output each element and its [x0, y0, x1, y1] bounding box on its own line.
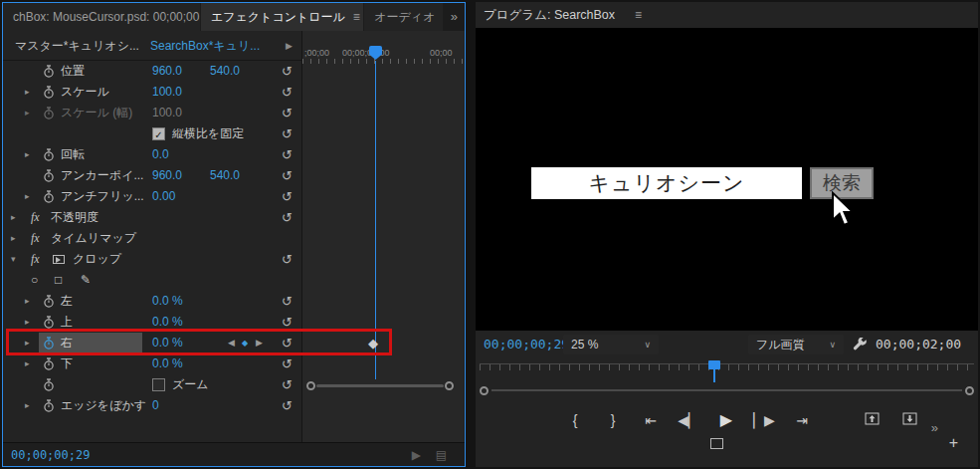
reset-parameter-button[interactable]: ↺ — [282, 144, 293, 165]
effect-row-12[interactable]: ▸上0.0 %↺ — [3, 312, 301, 333]
reset-parameter-button[interactable]: ↺ — [282, 291, 293, 312]
effect-row-3[interactable]: ✓縦横比を固定↺ — [3, 123, 301, 144]
property-value[interactable]: 960.0 — [152, 61, 182, 82]
extract-button[interactable] — [897, 407, 921, 433]
current-timecode[interactable]: 00;00;00;29 — [484, 331, 569, 358]
effect-row-9[interactable]: ▾fxクロップ↺ — [3, 249, 301, 270]
tab-effect-controls[interactable]: エフェクトコントロール≡ — [201, 3, 363, 31]
stopwatch-icon[interactable] — [43, 65, 55, 78]
timeline-zoom-bar[interactable] — [306, 381, 454, 391]
effect-row-10[interactable]: ○□✎ — [3, 270, 301, 291]
disclosure-icon[interactable]: ▸ — [25, 312, 30, 333]
reset-parameter-button[interactable]: ↺ — [282, 103, 293, 123]
property-value[interactable]: 100.0 — [152, 82, 182, 103]
property-value[interactable]: 0.00 — [152, 186, 175, 207]
panel-title[interactable]: プログラム: SearchBox — [484, 2, 615, 28]
effect-row-11[interactable]: ▸左0.0 %↺ — [3, 291, 301, 312]
effect-row-4[interactable]: ▸回転0.0↺ — [3, 144, 301, 165]
effect-row-13[interactable]: ▸右0.0 %◀◆▶↺ — [3, 333, 301, 353]
step-forward-button[interactable]: ▏▶ — [752, 407, 776, 433]
panel-overflow-icon[interactable]: » — [931, 420, 938, 435]
clip-instance-tab[interactable]: SearchBox*キュリ... — [150, 31, 260, 61]
property-value[interactable]: 0.0 % — [152, 312, 183, 333]
keyframe-diamond[interactable]: ◆ — [368, 333, 378, 353]
reset-parameter-button[interactable]: ↺ — [282, 207, 293, 228]
reset-parameter-button[interactable]: ↺ — [282, 353, 293, 374]
property-value[interactable]: 0.0 % — [152, 353, 183, 374]
mark-out-button[interactable]: } — [601, 407, 625, 433]
panel-overflow-icon[interactable]: » — [444, 3, 465, 31]
reset-parameter-button[interactable]: ↺ — [282, 165, 293, 186]
effect-row-16[interactable]: ▸エッジをぼかす0↺ — [3, 395, 301, 416]
property-value[interactable]: 0 — [152, 395, 159, 416]
reset-parameter-button[interactable]: ↺ — [282, 333, 293, 353]
tab-audio[interactable]: オーディオ — [364, 3, 442, 31]
rect-mask-icon[interactable]: □ — [55, 270, 62, 291]
zoom-handle-left[interactable] — [306, 381, 315, 390]
disclosure-icon[interactable]: ▸ — [11, 207, 16, 228]
current-timecode[interactable]: 00;00;00;29 — [11, 443, 90, 467]
effect-row-1[interactable]: ▸スケール100.0↺ — [3, 82, 301, 103]
stopwatch-icon[interactable] — [43, 169, 55, 182]
mark-in-button[interactable]: { — [563, 407, 587, 433]
playhead-handle[interactable] — [708, 360, 720, 369]
stopwatch-icon[interactable] — [43, 190, 55, 203]
disclosure-icon[interactable]: ▸ — [25, 395, 30, 416]
stopwatch-icon[interactable] — [43, 357, 55, 370]
zoom-handle-right[interactable] — [965, 386, 974, 395]
zoom-handle-right[interactable] — [445, 381, 454, 390]
zoom-track[interactable] — [316, 384, 444, 387]
step-back-button[interactable]: ◀▏ — [677, 407, 700, 433]
reset-parameter-button[interactable]: ↺ — [282, 395, 293, 416]
stopwatch-icon[interactable] — [43, 399, 55, 412]
property-value[interactable]: 540.0 — [210, 165, 240, 186]
playback-quality-select[interactable]: フル画質 ∨ — [748, 335, 844, 354]
disclosure-icon[interactable]: ▸ — [25, 144, 30, 165]
ellipse-mask-icon[interactable]: ○ — [31, 270, 38, 291]
button-editor-add-button[interactable]: + — [949, 434, 958, 452]
property-value[interactable]: 960.0 — [152, 165, 182, 186]
stopwatch-icon[interactable] — [43, 316, 55, 329]
reset-parameter-button[interactable]: ↺ — [282, 249, 293, 270]
stopwatch-icon[interactable] — [43, 295, 55, 308]
effect-row-15[interactable]: ズーム↺ — [3, 374, 301, 395]
property-value[interactable]: 0.0 — [152, 144, 169, 165]
checkbox[interactable]: ✓ — [152, 127, 165, 140]
play-button[interactable]: ▶ — [714, 407, 738, 433]
timeline-view-toggle-icon[interactable]: ▶ — [286, 31, 293, 61]
time-ruler[interactable] — [476, 358, 978, 384]
panel-menu-icon[interactable]: ≡ — [635, 2, 642, 28]
disclosure-icon[interactable]: ▾ — [11, 249, 16, 270]
stopwatch-icon[interactable] — [43, 107, 55, 119]
play-indicator-icon[interactable]: ▶ — [412, 443, 421, 467]
reset-parameter-button[interactable]: ↺ — [282, 82, 293, 103]
property-value[interactable]: 540.0 — [210, 61, 240, 82]
reset-parameter-button[interactable]: ↺ — [282, 61, 293, 82]
disclosure-icon[interactable]: ▸ — [25, 103, 30, 123]
disclosure-icon[interactable]: ▸ — [25, 82, 30, 103]
monitor-zoom-bar[interactable] — [476, 386, 978, 398]
next-keyframe-button[interactable]: ▶ — [256, 333, 263, 353]
tab-source-monitor[interactable]: chBox: MouseCursor.psd: 00;00;00;00 — [3, 3, 200, 31]
settings-wrench-icon[interactable] — [852, 338, 868, 352]
toggle-keyframe-button[interactable]: ◆ — [242, 333, 248, 353]
effect-row-8[interactable]: ▸fxタイムリマップ — [3, 228, 301, 249]
effect-row-0[interactable]: 位置960.0540.0↺ — [3, 61, 301, 82]
stopwatch-icon[interactable] — [43, 337, 55, 350]
stopwatch-icon[interactable] — [43, 86, 55, 99]
disclosure-icon[interactable]: ▸ — [25, 333, 30, 353]
master-clip-tab[interactable]: マスター*キュリオシ... — [15, 31, 139, 61]
stopwatch-icon[interactable] — [43, 378, 55, 391]
square-outline-icon[interactable] — [710, 438, 723, 449]
reset-parameter-button[interactable]: ↺ — [282, 123, 293, 144]
property-value[interactable]: 0.0 % — [152, 333, 183, 353]
previous-keyframe-button[interactable]: ◀ — [228, 333, 235, 353]
disclosure-icon[interactable]: ▸ — [11, 228, 16, 249]
disclosure-icon[interactable]: ▸ — [25, 353, 30, 374]
zoom-level-select[interactable]: 25 % ∨ — [563, 335, 659, 354]
panel-menu-icon[interactable]: ≡ — [353, 10, 360, 24]
effect-row-5[interactable]: アンカーポイ...960.0540.0↺ — [3, 165, 301, 186]
export-frame-icon[interactable]: ▤ — [436, 443, 447, 467]
go-to-out-button[interactable]: ⇥ — [790, 407, 814, 433]
zoom-handle-left[interactable] — [480, 386, 489, 395]
